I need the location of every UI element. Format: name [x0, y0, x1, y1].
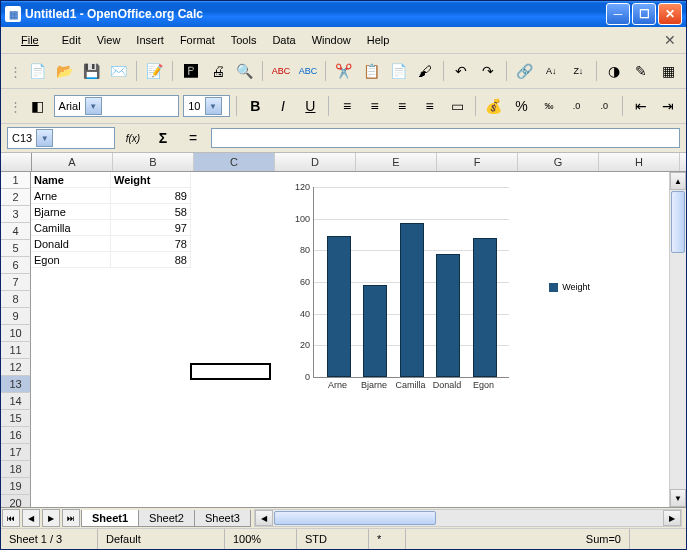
navigator-icon[interactable]: ✎ — [630, 59, 653, 83]
align-left-icon[interactable]: ≡ — [335, 94, 359, 118]
percent-icon[interactable]: % — [510, 94, 534, 118]
number-icon[interactable]: ‰ — [537, 94, 561, 118]
align-right-icon[interactable]: ≡ — [390, 94, 414, 118]
edit-file-icon[interactable]: 📝 — [143, 59, 166, 83]
new-icon[interactable]: 📄 — [26, 59, 49, 83]
email-icon[interactable]: ✉️ — [107, 59, 130, 83]
cell[interactable]: Bjarne — [31, 204, 111, 220]
sort-desc-icon[interactable]: Z↓ — [567, 59, 590, 83]
bold-icon[interactable]: B — [243, 94, 267, 118]
toolbar-handle[interactable]: ⋮ — [7, 64, 22, 79]
chart-icon[interactable]: ◑ — [603, 59, 626, 83]
chevron-down-icon[interactable]: ▼ — [205, 97, 222, 115]
autospell-icon[interactable]: ABC — [296, 59, 319, 83]
save-icon[interactable]: 💾 — [80, 59, 103, 83]
selected-cell[interactable] — [190, 363, 271, 380]
sheet-tab[interactable]: Sheet1 — [81, 510, 139, 527]
inc-indent-icon[interactable]: ⇥ — [657, 94, 681, 118]
cell[interactable]: Camilla — [31, 220, 111, 236]
row-header[interactable]: 16 — [1, 427, 31, 444]
status-mode[interactable]: STD — [297, 529, 369, 549]
equals-icon[interactable]: = — [181, 126, 205, 150]
cell[interactable]: 89 — [111, 188, 191, 204]
scroll-down-icon[interactable]: ▼ — [670, 489, 686, 507]
column-header[interactable]: E — [356, 153, 437, 171]
scroll-left-icon[interactable]: ◀ — [255, 510, 273, 526]
embedded-chart[interactable]: 020406080100120 Weight ArneBjarneCamilla… — [288, 177, 598, 407]
close-button[interactable]: ✕ — [658, 3, 682, 25]
menu-data[interactable]: Data — [265, 32, 302, 48]
status-zoom[interactable]: 100% — [225, 529, 297, 549]
row-header[interactable]: 1 — [1, 172, 31, 189]
row-header[interactable]: 2 — [1, 189, 31, 206]
scroll-up-icon[interactable]: ▲ — [670, 172, 686, 190]
menu-file[interactable]: File — [7, 32, 53, 48]
font-name-combo[interactable]: Arial ▼ — [54, 95, 180, 117]
horizontal-scrollbar[interactable]: ◀ ▶ — [254, 509, 682, 527]
row-header[interactable]: 18 — [1, 461, 31, 478]
row-header[interactable]: 6 — [1, 257, 31, 274]
paste-icon[interactable]: 📄 — [387, 59, 410, 83]
row-header[interactable]: 14 — [1, 393, 31, 410]
row-header[interactable]: 9 — [1, 308, 31, 325]
chevron-down-icon[interactable]: ▼ — [85, 97, 102, 115]
spellcheck-icon[interactable]: ABC — [269, 59, 292, 83]
open-icon[interactable]: 📂 — [53, 59, 76, 83]
cell[interactable]: 78 — [111, 236, 191, 252]
cell[interactable]: Donald — [31, 236, 111, 252]
del-decimal-icon[interactable]: .0 — [592, 94, 616, 118]
vertical-scrollbar[interactable]: ▲ ▼ — [669, 172, 686, 507]
row-header[interactable]: 8 — [1, 291, 31, 308]
cell[interactable]: Egon — [31, 252, 111, 268]
select-all-corner[interactable] — [1, 153, 32, 171]
cell-grid[interactable]: 020406080100120 Weight ArneBjarneCamilla… — [31, 172, 669, 507]
row-header[interactable]: 19 — [1, 478, 31, 495]
menu-insert[interactable]: Insert — [129, 32, 171, 48]
copy-icon[interactable]: 📋 — [360, 59, 383, 83]
add-decimal-icon[interactable]: .0 — [565, 94, 589, 118]
merge-icon[interactable]: ▭ — [445, 94, 469, 118]
font-size-combo[interactable]: 10 ▼ — [183, 95, 230, 117]
row-header[interactable]: 5 — [1, 240, 31, 257]
row-header[interactable]: 20 — [1, 495, 31, 507]
cell[interactable]: 58 — [111, 204, 191, 220]
row-header[interactable]: 10 — [1, 325, 31, 342]
sort-asc-icon[interactable]: A↓ — [540, 59, 563, 83]
menu-tools[interactable]: Tools — [224, 32, 264, 48]
row-header[interactable]: 11 — [1, 342, 31, 359]
toolbar-handle[interactable]: ⋮ — [7, 99, 22, 114]
cell[interactable]: Arne — [31, 188, 111, 204]
hyperlink-icon[interactable]: 🔗 — [513, 59, 536, 83]
scroll-right-icon[interactable]: ▶ — [663, 510, 681, 526]
column-header[interactable]: F — [437, 153, 518, 171]
menu-edit[interactable]: Edit — [55, 32, 88, 48]
justify-icon[interactable]: ≡ — [418, 94, 442, 118]
sheet-tab[interactable]: Sheet3 — [194, 510, 251, 527]
align-center-icon[interactable]: ≡ — [363, 94, 387, 118]
preview-icon[interactable]: 🔍 — [233, 59, 256, 83]
underline-icon[interactable]: U — [299, 94, 323, 118]
cell[interactable]: Name — [31, 172, 111, 188]
tab-nav-first-icon[interactable]: ⏮ — [2, 509, 20, 527]
styles-icon[interactable]: ◧ — [26, 94, 50, 118]
row-header[interactable]: 17 — [1, 444, 31, 461]
menu-help[interactable]: Help — [360, 32, 397, 48]
status-sum[interactable]: Sum=0 — [406, 529, 630, 549]
column-header[interactable]: G — [518, 153, 599, 171]
row-header[interactable]: 4 — [1, 223, 31, 240]
pdf-icon[interactable]: 🅿 — [179, 59, 202, 83]
cell[interactable]: Weight — [111, 172, 191, 188]
minimize-button[interactable]: ─ — [606, 3, 630, 25]
chevron-down-icon[interactable]: ▼ — [36, 129, 53, 147]
row-header[interactable]: 3 — [1, 206, 31, 223]
menu-view[interactable]: View — [90, 32, 128, 48]
formula-input[interactable] — [211, 128, 680, 148]
column-header[interactable]: D — [275, 153, 356, 171]
scroll-thumb[interactable] — [671, 191, 685, 253]
currency-icon[interactable]: 💰 — [482, 94, 506, 118]
maximize-button[interactable]: ☐ — [632, 3, 656, 25]
row-header[interactable]: 7 — [1, 274, 31, 291]
menu-window[interactable]: Window — [305, 32, 358, 48]
italic-icon[interactable]: I — [271, 94, 295, 118]
tab-nav-last-icon[interactable]: ⏭ — [62, 509, 80, 527]
